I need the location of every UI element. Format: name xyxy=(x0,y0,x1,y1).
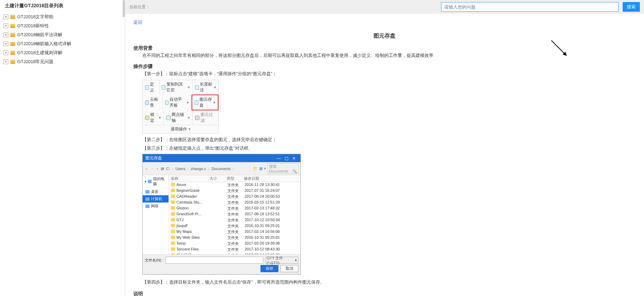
chevron-down-icon: ▾ xyxy=(213,100,215,105)
ribbon-screenshot: 定义 复制到其它层▾ 长度标注▾ 云检查 自动平齐板▾ 图元存盘▾ 锁定▾ 两点… xyxy=(142,80,219,134)
dialog-footer: 文件名(N) : GTY 文件(*.GTY)▾ 保存 取消 xyxy=(143,255,300,274)
dialog-title: 图元存盘 xyxy=(145,155,162,161)
expand-icon[interactable]: + xyxy=(3,50,8,55)
left-head[interactable]: ▾我的电脑 xyxy=(143,175,168,188)
ribbon-save-element[interactable]: 图元存盘▾ xyxy=(192,95,218,110)
nav-up-icon[interactable]: ↑ xyxy=(156,167,159,171)
expand-icon[interactable]: + xyxy=(3,41,8,46)
dialog-search[interactable]: 搜索 Documents🔍 xyxy=(267,163,298,174)
chevron-down-icon[interactable]: ▾ xyxy=(264,166,266,171)
folder-icon xyxy=(171,206,175,210)
left-nav-item[interactable]: 桌面 xyxy=(143,188,168,195)
col-type[interactable]: 类型 xyxy=(227,175,244,182)
file-row[interactable]: Tencent Files文件夹2017-10-12 08:43:30 xyxy=(169,247,300,253)
chevron-down-icon: ▾ xyxy=(145,180,146,183)
computer-icon xyxy=(148,180,152,183)
sidebar: 土建计量GTJ2018目录列表 +GTJ2018文字帮助+GTJ2018新特性+… xyxy=(0,0,125,296)
tree-item[interactable]: +GTJ2018钢筋输入格式详解 xyxy=(3,39,121,48)
left-nav-item[interactable]: 计算机 xyxy=(143,195,168,203)
ribbon-cloudcheck[interactable]: 云检查 xyxy=(143,95,162,110)
view-grid-icon[interactable]: ▦ xyxy=(259,166,263,171)
folder-icon xyxy=(171,212,175,216)
topbar: 当前位置： 搜索 xyxy=(125,0,644,14)
expand-icon[interactable]: + xyxy=(3,32,8,37)
file-row[interactable]: 我的导图文件夹2017-02-14 17:03:26 xyxy=(169,253,300,254)
tree-title: 土建计量GTJ2018目录列表 xyxy=(3,3,121,9)
col-name[interactable]: 名称 xyxy=(169,175,209,182)
tree-item[interactable]: +GTJ2018常见问题 xyxy=(3,57,121,66)
filter-icon xyxy=(195,116,199,120)
computer-icon: 🖳 xyxy=(161,167,164,171)
define-icon xyxy=(145,85,149,90)
arrow-icon xyxy=(550,39,570,59)
nav-back-icon[interactable]: ← xyxy=(145,167,149,171)
scrollbar-thumb[interactable] xyxy=(123,0,125,17)
file-row[interactable]: Temp文件夹2017-02-20 19:39:36 xyxy=(169,241,300,247)
tree-item-label: GTJ2018钢筋输入格式详解 xyxy=(17,41,71,47)
folder-icon xyxy=(10,51,15,55)
filetype-combo[interactable]: GTY 文件(*.GTY)▾ xyxy=(265,257,298,264)
col-date[interactable]: 修改日期 xyxy=(244,175,300,182)
file-row[interactable]: GrandSoft Pr...文件夹2017-08-18 13:52:51 xyxy=(169,211,300,217)
left-nav-item[interactable]: 网络 xyxy=(143,203,168,210)
search-input[interactable] xyxy=(441,2,619,12)
ribbon-autoalign[interactable]: 自动平齐板▾ xyxy=(163,95,192,110)
note-heading: 说明 xyxy=(133,291,636,296)
folder-icon xyxy=(171,189,175,192)
save-button[interactable]: 保存 xyxy=(260,265,278,272)
ribbon-twopoint[interactable]: 两点辅轴▾ xyxy=(164,110,192,125)
tree-item-label: GTJ2018新特性 xyxy=(17,23,49,29)
folder-icon xyxy=(10,42,15,46)
tree-item[interactable]: +GTJ2018钢筋平法详解 xyxy=(3,30,121,39)
tree-item[interactable]: +GTJ2018新特性 xyxy=(3,21,121,30)
file-row[interactable]: jisupdf文件夹2016-10-31 09:25:01 xyxy=(169,223,300,229)
close-icon[interactable]: ✕ xyxy=(290,156,298,161)
chevron-down-icon: ▾ xyxy=(188,127,191,131)
tree-item[interactable]: +GTJ2018土建规则详解 xyxy=(3,48,121,57)
breadcrumb-p2[interactable]: zhangx-c xyxy=(191,167,206,171)
filename-input[interactable] xyxy=(165,257,263,264)
file-row[interactable]: CADReader文件夹2017-08-24 20:00:53 xyxy=(169,194,300,200)
ribbon-dimension[interactable]: 长度标注▾ xyxy=(193,80,218,95)
file-row[interactable]: GTJ文件夹2017-10-12 10:50:34 xyxy=(169,217,300,223)
expand-icon[interactable]: + xyxy=(3,23,8,28)
copy-icon xyxy=(162,85,165,90)
dialog-toolbar: ← → ↑ 🖳 C:› Users› zhangx-c› Documents› … xyxy=(143,162,300,175)
tree-item[interactable]: +GTJ2018文字帮助 xyxy=(3,12,121,21)
tree-item-label: GTJ2018钢筋平法详解 xyxy=(17,32,62,38)
main: 当前位置： 搜索 返回 图元存盘 使用背景 在不同的工程之间常常有相同的部分，将… xyxy=(125,0,644,296)
minimize-icon[interactable]: — xyxy=(275,156,283,161)
file-row[interactable]: My Web Sites文件夹2016-10-31 09:25:01 xyxy=(169,235,300,241)
breadcrumb-p1[interactable]: Users xyxy=(175,167,185,171)
ribbon-filter[interactable]: 图元过滤 xyxy=(193,110,218,125)
ribbon-copyfloor[interactable]: 复制到其它层▾ xyxy=(159,80,192,95)
ruler-icon xyxy=(195,85,199,90)
breadcrumb-drive[interactable]: C: xyxy=(166,167,170,171)
article-title: 图元存盘 xyxy=(374,32,396,40)
folder-icon xyxy=(171,230,175,233)
expand-icon[interactable]: + xyxy=(3,14,8,19)
step-4: 【第四步】：选择目标文件夹，输入文件名后点击“保存”，即可将所选范围内构件图元保… xyxy=(133,278,636,287)
chevron-down-icon: ▾ xyxy=(188,115,190,120)
nav-fwd-icon[interactable]: → xyxy=(151,167,154,171)
search-button[interactable]: 搜索 xyxy=(623,2,640,12)
file-row[interactable]: Axure文件夹2016-11-28 13:30:41 xyxy=(169,182,300,188)
chevron-down-icon: ▾ xyxy=(214,85,216,90)
file-row[interactable]: Camtasia Stu...文件夹2016-03-15 12:51:28 xyxy=(169,200,300,206)
file-row[interactable]: Glodon文件夹2017-02-13 17:48:32 xyxy=(169,206,300,211)
file-row[interactable]: BeginerGuide文件夹2017-07-31 16:24:07 xyxy=(169,188,300,194)
maximize-icon[interactable]: ▢ xyxy=(283,156,290,161)
ribbon-define[interactable]: 定义 xyxy=(143,80,159,95)
device-icon xyxy=(145,190,150,194)
file-row[interactable]: My Maps文件夹2017-02-14 16:56:00 xyxy=(169,229,300,235)
cancel-button[interactable]: 取消 xyxy=(280,265,298,272)
back-link[interactable]: 返回 xyxy=(133,20,142,25)
dialog-left-panel: ▾我的电脑 桌面计算机网络 xyxy=(143,175,169,254)
folder-icon xyxy=(171,253,175,254)
align-icon xyxy=(165,100,169,105)
breadcrumb-p3[interactable]: Documents xyxy=(212,167,231,171)
col-size[interactable]: 大小 xyxy=(209,175,227,182)
ribbon-lock[interactable]: 锁定▾ xyxy=(143,110,163,125)
new-folder-icon[interactable]: 📁 xyxy=(253,166,258,171)
expand-icon[interactable]: + xyxy=(3,59,8,64)
